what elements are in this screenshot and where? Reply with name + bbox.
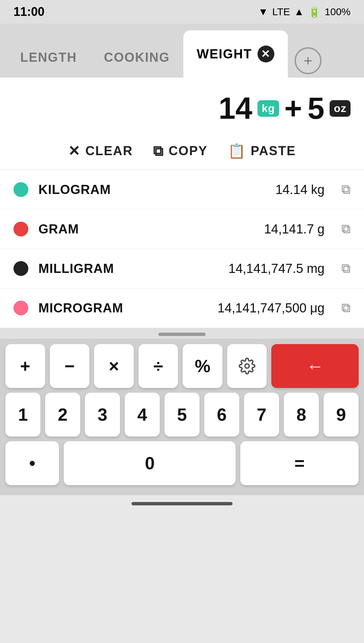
key-settings[interactable]: [227, 344, 267, 388]
keyboard-handle: [0, 328, 364, 339]
microgram-value: 14,141,747,500 μg: [217, 301, 325, 315]
gram-dot: [13, 222, 28, 236]
svg-point-0: [245, 364, 249, 368]
key-equals[interactable]: =: [240, 441, 359, 485]
key-8[interactable]: 8: [284, 393, 319, 437]
signal-icon: ▲: [294, 6, 304, 18]
key-1[interactable]: 1: [5, 393, 40, 437]
keyboard-row-digits: 1 2 3 4 5 6 7 8 9: [5, 393, 359, 437]
action-bar: ✕ CLEAR ⧉ COPY 📋 PASTE: [0, 136, 364, 170]
key-plus[interactable]: +: [5, 344, 45, 388]
list-item: MICROGRAM 14,141,747,500 μg ⧉: [0, 288, 364, 328]
key-percent[interactable]: %: [183, 344, 222, 388]
battery-text: 100%: [325, 6, 351, 18]
list-item: GRAM 14,141.7 g ⧉: [0, 209, 364, 249]
handle-bar: [158, 333, 206, 336]
main-content: 14 kg + 5 oz ✕ CLEAR ⧉ COPY 📋 PASTE KILO…: [0, 78, 364, 328]
key-3[interactable]: 3: [85, 393, 120, 437]
status-bar: 11:00 ▼ LTE ▲ 🔋 100%: [0, 0, 364, 24]
copy-button[interactable]: ⧉ COPY: [153, 143, 208, 159]
key-backspace[interactable]: ←: [271, 344, 359, 388]
wifi-icon: ▼: [258, 6, 268, 18]
add-tab-button[interactable]: +: [295, 47, 322, 74]
kilogram-copy-icon[interactable]: ⧉: [341, 182, 351, 197]
tab-close-button[interactable]: ✕: [257, 46, 274, 62]
battery-icon: 🔋: [308, 6, 321, 18]
home-indicator: [0, 495, 364, 512]
tab-length[interactable]: LENGTH: [7, 37, 90, 78]
tab-weight[interactable]: WEIGHT ✕: [183, 30, 288, 78]
milligram-value: 14,141,747.5 mg: [229, 261, 325, 276]
gram-value: 14,141.7 g: [264, 222, 325, 236]
key-0[interactable]: 0: [64, 441, 236, 485]
keyboard-row-operators: + − × ÷ % ←: [5, 344, 359, 388]
clear-button[interactable]: ✕ CLEAR: [68, 143, 133, 159]
keyboard: + − × ÷ % ← 1 2 3 4 5 6 7 8 9 • 0 =: [0, 339, 364, 495]
conversion-list: KILOGRAM 14.14 kg ⧉ GRAM 14,141.7 g ⧉ MI…: [0, 170, 364, 328]
milligram-copy-icon[interactable]: ⧉: [341, 261, 351, 276]
unit2-badge[interactable]: oz: [330, 100, 351, 117]
kilogram-dot: [13, 182, 28, 197]
key-5[interactable]: 5: [164, 393, 200, 437]
gram-copy-icon[interactable]: ⧉: [341, 222, 351, 236]
display-area: 14 kg + 5 oz: [0, 78, 364, 136]
tab-cooking[interactable]: COOKING: [90, 37, 183, 78]
keyboard-row-bottom: • 0 =: [5, 441, 359, 485]
clear-icon: ✕: [68, 143, 81, 159]
key-4[interactable]: 4: [125, 393, 160, 437]
tab-bar: LENGTH COOKING WEIGHT ✕ +: [0, 24, 364, 78]
key-2[interactable]: 2: [45, 393, 80, 437]
paste-button[interactable]: 📋 PASTE: [228, 143, 296, 159]
status-icons: ▼ LTE ▲ 🔋 100%: [258, 6, 351, 18]
operator: +: [284, 91, 302, 126]
value1: 14: [218, 91, 252, 126]
value2: 5: [307, 91, 324, 126]
microgram-dot: [13, 301, 28, 315]
milligram-dot: [13, 261, 28, 276]
home-bar: [131, 502, 233, 505]
list-item: KILOGRAM 14.14 kg ⧉: [0, 170, 364, 209]
list-item: MILLIGRAM 14,141,747.5 mg ⧉: [0, 249, 364, 288]
expression-row: 14 kg + 5 oz: [218, 91, 351, 126]
key-dot[interactable]: •: [5, 441, 59, 485]
key-7[interactable]: 7: [244, 393, 279, 437]
kilogram-label: KILOGRAM: [38, 183, 265, 197]
gram-label: GRAM: [38, 222, 254, 236]
unit1-badge[interactable]: kg: [257, 100, 279, 117]
kilogram-value: 14.14 kg: [275, 183, 325, 197]
milligram-label: MILLIGRAM: [38, 261, 218, 276]
key-divide[interactable]: ÷: [139, 344, 178, 388]
status-time: 11:00: [13, 5, 44, 19]
key-6[interactable]: 6: [204, 393, 239, 437]
key-multiply[interactable]: ×: [94, 344, 134, 388]
microgram-copy-icon[interactable]: ⧉: [341, 301, 351, 315]
copy-icon: ⧉: [153, 143, 164, 159]
paste-icon: 📋: [228, 143, 246, 159]
key-minus[interactable]: −: [50, 344, 90, 388]
signal-text: LTE: [272, 6, 290, 18]
key-9[interactable]: 9: [324, 393, 359, 437]
microgram-label: MICROGRAM: [38, 301, 207, 315]
